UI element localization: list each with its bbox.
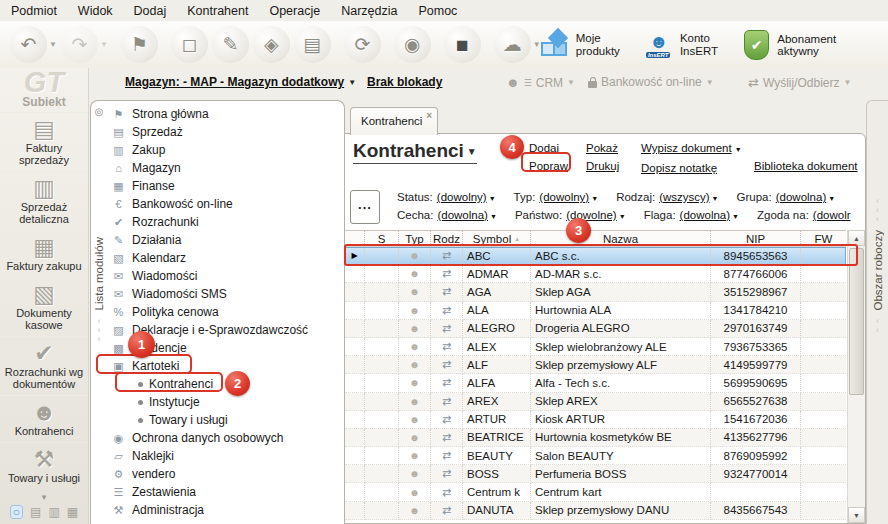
Sklep przemysłowy DANU[interactable]: ▶ ☻ ⇄ DANUTA Sklep przemysłowy DANU 8435…: [345, 502, 846, 520]
cube-button[interactable]: ■ ▼: [444, 26, 481, 63]
Kiosk ARTUR[interactable]: ▶ ☻ ⇄ ARTUR Kiosk ARTUR 1541672036: [345, 411, 846, 429]
chevron-down-icon[interactable]: ▼: [49, 40, 57, 49]
tree-item-vendero[interactable]: ⚙ vendero: [107, 465, 344, 483]
tree-item-zakup[interactable]: ▥ Zakup: [107, 141, 344, 159]
table-scrollbar[interactable]: ▲ ▼: [847, 230, 865, 523]
tree-item-naklejki[interactable]: ▱ Naklejki: [107, 447, 344, 465]
back-button[interactable]: ↶ ▼: [10, 26, 57, 63]
column-header-nazwa[interactable]: Nazwa: [531, 231, 711, 246]
filter-value-dropdown[interactable]: (dowolny): [437, 191, 487, 203]
filter-value-dropdown[interactable]: (dowolna): [776, 191, 827, 203]
menu-item[interactable]: Operacje: [266, 3, 323, 19]
column-header-symbol[interactable]: Symbol▲: [463, 231, 531, 246]
tree-item-finanse[interactable]: ▦ Finanse: [107, 177, 344, 195]
refresh-button[interactable]: ⟳ ▼: [344, 26, 381, 63]
lock-status-link[interactable]: Brak blokady: [367, 75, 442, 89]
chevron-down-icon[interactable]: ▼: [712, 195, 719, 202]
menu-item[interactable]: Podmiot: [8, 3, 60, 19]
tree-item-rozrachunki[interactable]: ✔ Rozrachunki: [107, 213, 344, 231]
my-products-button[interactable]: Moje produkty: [541, 31, 620, 58]
module-kontrahenci[interactable]: ☻ Kontrahenci: [0, 395, 88, 442]
add-button[interactable]: Dodaj: [529, 139, 568, 157]
column-header-rodz[interactable]: Rodz: [431, 231, 463, 246]
Centrum kart[interactable]: ▶ ☻ ⇄ Centrum k Centrum kart: [345, 483, 846, 501]
tree-item-towary-i-uslugi[interactable]: Towary i usługi: [107, 411, 344, 429]
module-faktury-sprzedazy[interactable]: ▤ Faktury sprzedaży: [0, 112, 88, 171]
tree-item-dzialania[interactable]: ✎ Działania: [107, 231, 344, 249]
crm-button[interactable]: ☻☰ CRM▼: [506, 75, 575, 90]
tree-item-strona-glowna[interactable]: ⚑ Strona główna: [107, 105, 344, 123]
show-button[interactable]: Pokaż: [586, 139, 619, 157]
footer-retail-button[interactable]: ▥: [48, 505, 59, 519]
scroll-down-button[interactable]: ▼: [848, 507, 865, 523]
filter-value-dropdown[interactable]: (dowolna): [437, 209, 488, 221]
Sklep przemysłowy ALF[interactable]: ▶ ☻ ⇄ ALF Sklep przemysłowy ALF 41495997…: [345, 356, 846, 374]
footer-sale-button[interactable]: ▤: [30, 505, 41, 519]
warehouse-selector[interactable]: Magazyn: - MAP - Magazyn dodatkowy▼: [125, 75, 356, 89]
send-receive-button[interactable]: ⇄ Wyślij/Odbierz▼: [748, 75, 851, 90]
Hurtownia ALA[interactable]: ▶ ☻ ⇄ ALA Hurtownia ALA 1341784210: [345, 302, 846, 320]
footer-dot-button[interactable]: ○: [10, 505, 23, 519]
chevron-down-icon[interactable]: ▾: [42, 492, 47, 502]
module-rozrachunki[interactable]: ✔ Rozrachunki wg dokumentów: [0, 336, 88, 395]
chevron-down-icon[interactable]: ▼: [732, 213, 739, 220]
AD-MAR s.c.[interactable]: ▶ ☻ ⇄ ADMAR AD-MAR s.c. 8774766006: [345, 265, 846, 283]
chevron-down-icon[interactable]: ▼: [591, 195, 598, 202]
new-document-button[interactable]: ◻ ▼: [171, 26, 208, 63]
chevron-down-icon[interactable]: ▼: [100, 40, 108, 49]
tree-item-kontrahenci[interactable]: Kontrahenci: [107, 375, 344, 393]
tree-item-kartoteki[interactable]: ▣ Kartoteki: [107, 357, 344, 375]
subscription-status[interactable]: ✔ Abonament aktywny: [744, 30, 870, 60]
footer-purchase-button[interactable]: ▦: [67, 505, 78, 519]
chevron-down-icon[interactable]: ▼: [533, 40, 541, 49]
Salon BEAUTY[interactable]: ▶ ☻ ⇄ BEAUTY Salon BEAUTY 8769095992: [345, 447, 846, 465]
tab-kontrahenci[interactable]: Kontrahenci ×: [350, 107, 438, 135]
modules-strip[interactable]: ◎ Lista modułów ‹ ‹ ‹: [91, 101, 107, 524]
Sklep AREX[interactable]: ▶ ☻ ⇄ AREX Sklep AREX 6565527638: [345, 393, 846, 411]
filter-value-dropdown[interactable]: (dowolne): [566, 209, 617, 221]
tree-item-administracja[interactable]: ⚒ Administracja: [107, 501, 344, 519]
globe-button[interactable]: ◉ ▼: [394, 26, 431, 63]
tree-item-polityka-cenowa[interactable]: % Polityka cenowa: [107, 303, 344, 321]
Perfumeria BOSS[interactable]: ▶ ☻ ⇄ BOSS Perfumeria BOSS 9324770014: [345, 465, 846, 483]
stamp-button[interactable]: ◈ ▼: [253, 26, 290, 63]
tree-item-deklaracje[interactable]: ▨ Deklaracje i e-Sprawozdawczość: [107, 321, 344, 339]
print-button[interactable]: ▤ ▼: [294, 26, 331, 63]
column-header-typ[interactable]: Typ: [399, 231, 431, 246]
chevron-down-icon[interactable]: ▼: [490, 213, 497, 220]
tree-item-zestawienia[interactable]: ☰ Zestawienia: [107, 483, 344, 501]
print-button[interactable]: Drukuj: [586, 157, 619, 175]
tree-item-sprzedaz[interactable]: ▤ Sprzedaż: [107, 123, 344, 141]
page-title[interactable]: Kontrahenci▼: [353, 140, 477, 164]
chevron-down-icon[interactable]: ▼: [828, 195, 835, 202]
filter-value-dropdown[interactable]: (dowolny): [539, 191, 589, 203]
document-library-button[interactable]: Biblioteka dokument: [754, 157, 858, 175]
tree-item-kalendarz[interactable]: ▧ Kalendarz: [107, 249, 344, 267]
tree-item-wiadomosci[interactable]: ✉ Wiadomości: [107, 267, 344, 285]
Alfa - Tech s.c.[interactable]: ▶ ☻ ⇄ ALFA Alfa - Tech s.c. 5699590695: [345, 374, 846, 392]
menu-item[interactable]: Kontrahent: [184, 3, 251, 19]
filter-value-dropdown[interactable]: (dowolr: [813, 209, 851, 221]
menu-item[interactable]: Dodaj: [131, 3, 170, 19]
chevron-down-icon[interactable]: ▼: [619, 213, 626, 220]
pin-icon[interactable]: ◎: [95, 106, 104, 117]
tree-item-wiadomosci-sms[interactable]: ✉ Wiadomości SMS: [107, 285, 344, 303]
filter-value-dropdown[interactable]: (dowolna): [680, 209, 731, 221]
edit-button[interactable]: ✎ ▼: [212, 26, 249, 63]
column-header-fw[interactable]: FW: [801, 231, 846, 246]
module-faktury-zakupu[interactable]: ▦ Faktury zakupu: [0, 230, 88, 277]
tree-item-ochrona-danych[interactable]: ◉ Ochrona danych osobowych: [107, 429, 344, 447]
workspace-strip[interactable]: ‹ ‹ ‹ Obszar roboczy ‹ ‹: [866, 100, 888, 524]
scrollbar-thumb[interactable]: [849, 248, 864, 395]
Sklep wielobranżowy ALE[interactable]: ▶ ☻ ⇄ ALEX Sklep wielobranżowy ALE 79367…: [345, 338, 846, 356]
column-header-s[interactable]: S: [365, 231, 399, 246]
banking-button[interactable]: Bankowość on-line▼: [588, 75, 714, 89]
insert-account-button[interactable]: ☻InsERT Konto InsERT: [646, 31, 718, 58]
edit-button[interactable]: Popraw: [529, 157, 568, 175]
flag-button[interactable]: ⚑ ▼: [121, 26, 158, 63]
cloud-services-button[interactable]: ☁ ▼: [494, 26, 541, 63]
Hurtownia kosmetyków BE[interactable]: ▶ ☻ ⇄ BEATRICE Hurtownia kosmetyków BE 4…: [345, 429, 846, 447]
tree-item-ewidencje[interactable]: ▩ Ewidencje: [107, 339, 344, 357]
filter-value-dropdown[interactable]: (wszyscy): [659, 191, 709, 203]
column-header-nip[interactable]: NIP: [711, 231, 801, 246]
